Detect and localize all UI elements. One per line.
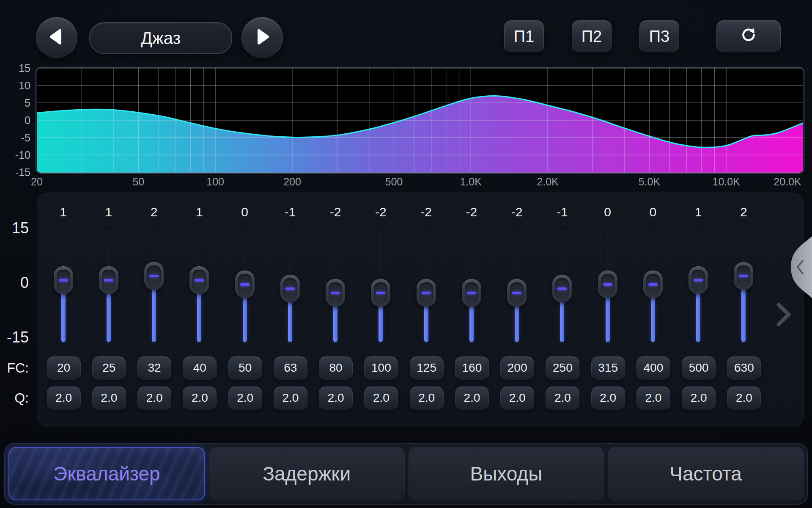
slider-thumb[interactable] bbox=[598, 271, 617, 298]
fc-value-button[interactable]: 100 bbox=[364, 356, 398, 380]
band-gain-value: 0 bbox=[630, 204, 675, 220]
q-value-button[interactable]: 2.0 bbox=[47, 387, 81, 410]
preset-prev-button[interactable] bbox=[36, 17, 77, 58]
fc-value-button[interactable]: 200 bbox=[500, 356, 534, 380]
slider-thumb[interactable] bbox=[189, 266, 209, 294]
gain-slider[interactable] bbox=[494, 226, 540, 343]
fc-value-button[interactable]: 400 bbox=[636, 356, 670, 380]
fc-value-button[interactable]: 80 bbox=[319, 356, 353, 380]
thumb-indicator bbox=[240, 283, 250, 286]
slider-thumb[interactable] bbox=[99, 266, 118, 294]
svg-text:200: 200 bbox=[283, 176, 301, 188]
q-value-button[interactable]: 2.0 bbox=[364, 387, 398, 410]
fc-value-button[interactable]: 32 bbox=[137, 356, 171, 380]
slider-thumb[interactable] bbox=[235, 271, 255, 298]
band-gain-value: 2 bbox=[721, 204, 766, 220]
fc-value-button[interactable]: 25 bbox=[92, 356, 126, 380]
fc-value-button[interactable]: 500 bbox=[682, 356, 716, 380]
preset-name: Джаз bbox=[141, 29, 181, 48]
fc-value-button[interactable]: 20 bbox=[47, 356, 81, 380]
gain-slider[interactable] bbox=[540, 226, 585, 343]
q-value-button[interactable]: 2.0 bbox=[591, 387, 625, 410]
gain-slider[interactable] bbox=[132, 226, 177, 343]
q-value-button[interactable]: 2.0 bbox=[500, 387, 534, 410]
slider-thumb[interactable] bbox=[734, 262, 753, 290]
tab-equalizer[interactable]: Эквалайзер bbox=[8, 447, 205, 500]
eq-band-40: 1402.0 bbox=[177, 193, 222, 426]
eq-band-20: 1202.0 bbox=[41, 193, 86, 426]
q-value-button[interactable]: 2.0 bbox=[727, 387, 761, 410]
slider-thumb[interactable] bbox=[417, 279, 436, 307]
slider-thumb[interactable] bbox=[144, 262, 164, 290]
gain-slider[interactable] bbox=[403, 226, 449, 343]
gain-slider[interactable] bbox=[449, 226, 494, 343]
fc-value-button[interactable]: 50 bbox=[228, 356, 262, 380]
q-value-button[interactable]: 2.0 bbox=[274, 387, 307, 410]
preset-slot-button-1[interactable]: П1 bbox=[504, 20, 544, 52]
preset-slot-button-3[interactable]: П3 bbox=[639, 20, 679, 52]
fc-value-button[interactable]: 160 bbox=[455, 356, 489, 380]
thumb-indicator bbox=[422, 292, 431, 294]
slider-thumb[interactable] bbox=[643, 271, 663, 298]
slider-thumb[interactable] bbox=[462, 279, 481, 307]
tab-bar: ЭквалайзерЗадержкиВыходыЧастота bbox=[4, 443, 808, 505]
eq-band-630: 26302.0 bbox=[721, 193, 766, 426]
q-value-button[interactable]: 2.0 bbox=[636, 387, 670, 410]
eq-response-chart: 151050-5-10-15 20501002005001.0K2.0K5.0K… bbox=[0, 64, 812, 195]
chevron-right-icon[interactable] bbox=[774, 301, 793, 330]
preset-name-display[interactable]: Джаз bbox=[89, 22, 232, 54]
gain-slider[interactable] bbox=[676, 226, 721, 343]
svg-text:100: 100 bbox=[206, 176, 224, 188]
q-value-button[interactable]: 2.0 bbox=[319, 387, 353, 410]
gain-slider[interactable] bbox=[177, 226, 222, 343]
slider-thumb[interactable] bbox=[54, 266, 73, 294]
gain-slider[interactable] bbox=[585, 226, 630, 343]
gain-slider[interactable] bbox=[267, 226, 313, 343]
gain-slider[interactable] bbox=[222, 226, 267, 343]
svg-text:20: 20 bbox=[31, 176, 43, 188]
eq-band-50: 0502.0 bbox=[222, 193, 267, 426]
q-value-button[interactable]: 2.0 bbox=[682, 387, 716, 410]
gain-slider[interactable] bbox=[86, 226, 131, 343]
gain-slider[interactable] bbox=[313, 226, 358, 343]
q-value-button[interactable]: 2.0 bbox=[410, 387, 444, 410]
q-value-button[interactable]: 2.0 bbox=[228, 387, 262, 410]
q-value-button[interactable]: 2.0 bbox=[92, 387, 126, 410]
fc-value-button[interactable]: 63 bbox=[274, 356, 307, 380]
q-value-button[interactable]: 2.0 bbox=[137, 387, 171, 410]
preset-next-button[interactable] bbox=[241, 17, 283, 58]
tab-frequency[interactable]: Частота bbox=[608, 447, 804, 500]
q-row-label: Q: bbox=[0, 389, 29, 406]
band-gain-value: -2 bbox=[494, 204, 540, 220]
eq-band-80: -2802.0 bbox=[313, 193, 358, 426]
preset-slot-button-2[interactable]: П2 bbox=[572, 20, 612, 52]
side-drawer-handle[interactable] bbox=[786, 235, 812, 301]
fc-value-button[interactable]: 630 bbox=[727, 356, 761, 380]
arrow-right-icon bbox=[253, 28, 272, 48]
fc-value-button[interactable]: 40 bbox=[183, 356, 217, 380]
slider-thumb[interactable] bbox=[507, 279, 527, 307]
gain-slider[interactable] bbox=[630, 226, 675, 343]
svg-text:10: 10 bbox=[19, 80, 30, 91]
slider-thumb[interactable] bbox=[280, 275, 300, 303]
q-value-button[interactable]: 2.0 bbox=[455, 387, 489, 410]
gain-slider[interactable] bbox=[41, 226, 86, 343]
fc-value-button[interactable]: 315 bbox=[591, 356, 625, 380]
eq-band-63: -1632.0 bbox=[267, 193, 313, 426]
tab-delays[interactable]: Задержки bbox=[209, 447, 405, 500]
thumb-indicator bbox=[557, 287, 567, 290]
slider-thumb[interactable] bbox=[326, 279, 345, 307]
slider-thumb[interactable] bbox=[689, 266, 708, 294]
tab-outputs[interactable]: Выходы bbox=[409, 447, 604, 500]
reset-button[interactable] bbox=[716, 20, 781, 52]
fc-value-button[interactable]: 250 bbox=[546, 356, 579, 380]
thumb-indicator bbox=[467, 292, 476, 294]
q-value-button[interactable]: 2.0 bbox=[546, 387, 579, 410]
gain-slider[interactable] bbox=[358, 226, 403, 343]
q-value-button[interactable]: 2.0 bbox=[183, 387, 217, 410]
gain-slider[interactable] bbox=[721, 226, 766, 343]
slider-thumb[interactable] bbox=[552, 275, 572, 303]
slider-thumb[interactable] bbox=[371, 279, 390, 307]
svg-text:5: 5 bbox=[25, 97, 30, 109]
fc-value-button[interactable]: 125 bbox=[410, 356, 444, 380]
